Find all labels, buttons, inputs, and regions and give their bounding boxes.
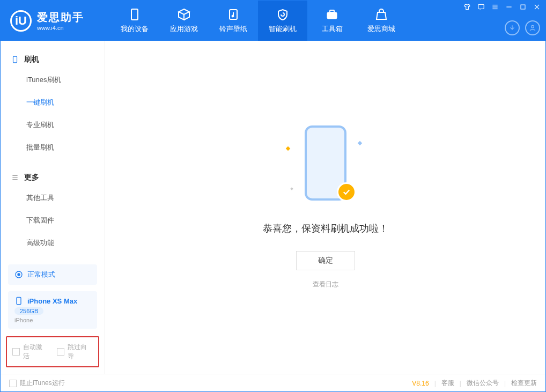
tab-ringtones[interactable]: 铃声壁纸 — [209, 1, 258, 41]
feedback-icon[interactable] — [477, 3, 485, 11]
device-type: iPhone — [14, 317, 33, 323]
nav-tabs: 我的设备 应用游戏 铃声壁纸 智能刷机 工具箱 爱思商城 — [110, 1, 406, 41]
svg-point-2 — [232, 15, 234, 17]
device-info-box[interactable]: iPhone XS Max 256GB iPhone — [8, 291, 97, 329]
section-title: 刷机 — [24, 55, 39, 64]
maximize-button[interactable] — [519, 3, 527, 11]
bag-icon — [375, 8, 388, 21]
app-logo-icon: iU — [10, 10, 32, 32]
tab-label: 铃声壁纸 — [219, 24, 247, 34]
tab-flash[interactable]: 智能刷机 — [258, 1, 307, 41]
tab-mydevice[interactable]: 我的设备 — [110, 1, 159, 41]
tab-store[interactable]: 爱思商城 — [357, 1, 406, 41]
view-log-link[interactable]: 查看日志 — [313, 280, 338, 289]
checkbox-icon — [9, 380, 17, 387]
sidebar-item-advanced[interactable]: 高级功能 — [1, 232, 105, 254]
header-actions — [505, 20, 540, 35]
logo-area: iU 爱思助手 www.i4.cn — [1, 1, 110, 41]
footer-link-support[interactable]: 客服 — [441, 379, 454, 388]
ok-button[interactable]: 确定 — [296, 251, 355, 270]
skin-icon[interactable] — [463, 3, 471, 11]
svg-point-19 — [18, 273, 20, 276]
minimize-button[interactable] — [505, 3, 513, 11]
svg-point-13 — [532, 25, 534, 28]
footer: 阻止iTunes运行 V8.16 | 客服 | 微信公众号 | 检查更新 — [1, 374, 545, 392]
tab-toolbox[interactable]: 工具箱 — [307, 1, 357, 41]
check-badge-icon — [337, 182, 356, 202]
main-content: 恭喜您，保资料刷机成功啦！ 确定 查看日志 — [105, 41, 545, 374]
block-itunes-checkbox[interactable]: 阻止iTunes运行 — [9, 379, 65, 388]
svg-rect-14 — [13, 56, 17, 63]
refresh-shield-icon — [276, 8, 289, 21]
svg-rect-10 — [521, 5, 525, 9]
checkbox-label: 阻止iTunes运行 — [20, 379, 65, 388]
close-button[interactable] — [533, 3, 541, 11]
sidebar-item-other-tools[interactable]: 其他工具 — [1, 187, 105, 209]
options-highlight-box: 自动激活 跳过向导 — [6, 336, 99, 367]
svg-rect-20 — [17, 297, 21, 304]
device-capacity: 256GB — [14, 307, 43, 315]
tab-label: 工具箱 — [322, 24, 343, 34]
svg-rect-0 — [131, 9, 138, 20]
sidebar-item-download-firmware[interactable]: 下载固件 — [1, 209, 105, 232]
tab-label: 我的设备 — [121, 24, 149, 34]
checkbox-label: 跳过向导 — [68, 343, 93, 361]
sidebar-section-more[interactable]: 更多 — [1, 168, 105, 187]
mode-icon — [14, 270, 23, 279]
auto-activate-checkbox[interactable]: 自动激活 — [12, 343, 48, 361]
checkbox-icon — [12, 348, 20, 356]
music-file-icon — [227, 8, 240, 21]
checkbox-label: 自动激活 — [23, 343, 48, 361]
cube-icon — [178, 8, 190, 21]
sidebar-item-batch-flash[interactable]: 批量刷机 — [1, 136, 105, 159]
app-header: iU 爱思助手 www.i4.cn 我的设备 应用游戏 铃声壁纸 智能刷机 工具… — [1, 1, 545, 41]
success-message: 恭喜您，保资料刷机成功啦！ — [263, 222, 388, 235]
tab-label: 智能刷机 — [269, 24, 297, 34]
device-name: iPhone XS Max — [27, 297, 77, 305]
tab-apps[interactable]: 应用游戏 — [159, 1, 209, 41]
sidebar-section-flash[interactable]: 刷机 — [1, 50, 105, 69]
skip-wizard-checkbox[interactable]: 跳过向导 — [57, 343, 93, 361]
tab-label: 应用游戏 — [170, 24, 198, 34]
svg-rect-5 — [478, 4, 484, 9]
version-label: V8.16 — [412, 380, 429, 387]
checkbox-icon — [57, 348, 64, 356]
phone-icon — [14, 297, 23, 305]
sidebar-item-itunes-flash[interactable]: iTunes刷机 — [1, 69, 105, 91]
sidebar: 刷机 iTunes刷机 一键刷机 专业刷机 批量刷机 更多 其他工具 下载固件 … — [1, 41, 105, 374]
app-url: www.i4.cn — [37, 25, 84, 31]
user-button[interactable] — [525, 20, 540, 35]
sidebar-item-oneclick-flash[interactable]: 一键刷机 — [1, 91, 105, 114]
menu-icon[interactable] — [491, 3, 499, 11]
download-button[interactable] — [505, 20, 520, 35]
phone-icon — [128, 8, 141, 21]
svg-rect-4 — [330, 10, 334, 12]
sidebar-item-pro-flash[interactable]: 专业刷机 — [1, 114, 105, 136]
tab-label: 爱思商城 — [367, 24, 395, 34]
footer-link-wechat[interactable]: 微信公众号 — [467, 379, 499, 388]
window-controls — [463, 3, 541, 11]
app-title: 爱思助手 — [37, 10, 84, 25]
svg-rect-3 — [327, 12, 337, 19]
toolbox-icon — [326, 8, 338, 21]
footer-link-update[interactable]: 检查更新 — [511, 379, 537, 388]
success-illustration — [296, 125, 355, 206]
device-mode-box[interactable]: 正常模式 — [8, 264, 97, 285]
mode-label: 正常模式 — [27, 270, 55, 279]
device-icon — [11, 56, 19, 63]
section-title: 更多 — [24, 173, 39, 182]
list-icon — [11, 174, 19, 181]
